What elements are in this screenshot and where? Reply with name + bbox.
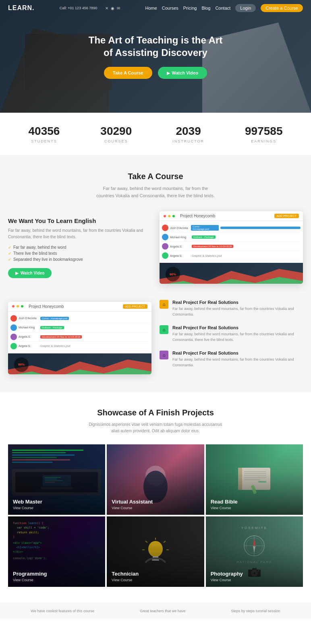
feature-point-desc-2: Far far away, behind the word mountains,…: [172, 332, 303, 343]
footer-item-1: We have coolest features of this course: [31, 609, 94, 613]
stat-courses: 30290 COURSES: [100, 125, 132, 143]
feature-point-desc-1: Far far away, behind the word mountains,…: [172, 306, 303, 317]
dot-green: [172, 215, 175, 217]
mock-tag-2: Dotback - Package: [192, 235, 216, 239]
mock-avatar-6: [10, 324, 17, 331]
showcase-title: Showcase of A Finish Projects: [8, 408, 303, 417]
mock-header-2: Project Honeycomb ADD PROJECT: [8, 302, 151, 312]
play-icon: ▶: [167, 71, 170, 75]
chart-percent-2: 80%: [18, 363, 25, 366]
feature-icon-1: ⌂: [160, 300, 168, 309]
nav-contact[interactable]: Contact: [215, 6, 230, 10]
feature-watch-button[interactable]: ▶ Watch Video: [8, 268, 52, 278]
footer-item-3: Steps by steps turorial session: [231, 609, 280, 613]
chart-progress-2: 80%: [14, 357, 29, 372]
mock-row-2: Michael King Dotback - Package: [162, 233, 301, 242]
mock-name-5: Josh D'Acosta: [19, 317, 39, 320]
nav-blog[interactable]: Blog: [201, 6, 210, 10]
feature-point-3: ⌂ Real Project For Real Solutions Far fa…: [160, 351, 303, 368]
mock-name-7: Angela S.: [19, 335, 39, 338]
feature-title-1: We Want You To Learn English: [8, 217, 151, 224]
mock-chart-1: 80%: [160, 263, 303, 284]
check-icon-2: ✓: [8, 251, 11, 256]
card-title-webmaster: Web Master: [13, 499, 42, 505]
chart-percent: 80%: [170, 272, 176, 276]
check-icon-1: ✓: [8, 245, 11, 250]
card-link-webmaster[interactable]: View Course: [13, 506, 42, 510]
watch-video-button[interactable]: ▶ Watch Video: [158, 67, 207, 79]
dot-yellow-2: [17, 305, 19, 308]
take-course-title: Take A Course: [8, 172, 303, 181]
feature-play-icon: ▶: [15, 271, 19, 275]
course-card-photography[interactable]: YOSEMITE NATIONAL PARK: [206, 516, 303, 587]
logo: LEARN.: [8, 4, 35, 12]
check-icon-3: ✓: [8, 257, 11, 262]
card-title-technician: Technician: [112, 571, 139, 577]
feature-icon-3: ⌂: [160, 351, 168, 359]
card-content-bible: Read Bible View Course: [206, 494, 243, 515]
mock-add-btn-2: ADD PROJECT: [123, 304, 147, 309]
card-title-assistant: Virtual Assistant: [112, 499, 153, 505]
course-card-assistant[interactable]: Virtual Assistant View Course: [107, 444, 204, 515]
hero-title: The Art of Teaching is the Art of Assist…: [89, 34, 222, 59]
footer-bar: We have coolest features of this course …: [0, 603, 311, 619]
stat-instructor: 2039 INSTRUCTOR: [172, 125, 204, 143]
card-link-technician[interactable]: View Course: [112, 578, 139, 582]
card-content-photography: Photography View Course: [206, 566, 248, 587]
mock-row-3: Angela S. Development 04 Nov to 12-08-20…: [162, 242, 301, 251]
feature-points-container: ⌂ Real Project For Real Solutions Far fa…: [160, 300, 303, 376]
nav-home[interactable]: Home: [145, 6, 157, 10]
mock-body-2: Josh D'Acosta Comix - Homepage.psd Micha…: [8, 312, 151, 353]
take-course-button[interactable]: Take A Course: [104, 67, 152, 79]
card-link-photography[interactable]: View Course: [211, 578, 243, 582]
course-card-programming[interactable]: function learn() { var skill = 'code'; r…: [8, 516, 105, 587]
feature-point-title-3: Real Project For Real Solutions: [172, 351, 303, 355]
feature-point-content-2: Real Project For Real Solutions Far far …: [172, 325, 303, 343]
card-link-bible[interactable]: View Course: [211, 506, 238, 510]
mock-tag-6: Dotback - Package: [40, 326, 64, 329]
mock-name-8: Angela S.: [19, 345, 39, 347]
course-card-webmaster[interactable]: Web Master View Course: [8, 444, 105, 515]
list-item-2: ✓ There live the blind texts: [8, 250, 151, 256]
mock-name-4: Angela S.: [170, 254, 190, 257]
card-title-photography: Photography: [211, 571, 243, 577]
feature-point-1: ⌂ Real Project For Real Solutions Far fa…: [160, 300, 303, 317]
nav-pricing[interactable]: Pricing: [183, 6, 197, 10]
mock-avatar-3: [162, 243, 168, 250]
watch-video-label: Watch Video: [172, 70, 198, 75]
take-course-section: Take A Course Far far away, behind the w…: [0, 156, 311, 392]
nav-links: Home Courses Pricing Blog Contact Login …: [145, 4, 303, 12]
mock-tag-4: Graphic & Statistics.psd: [192, 254, 222, 257]
nav-courses[interactable]: Courses: [162, 6, 178, 10]
stat-students: 40356 STUDENTS: [28, 125, 60, 143]
navbar: LEARN. Call: +01 123 456 7890 ✕ ◉ ✉ Home…: [0, 0, 311, 16]
mock-tag-5: Comix - Homepage.psd: [40, 317, 69, 320]
earnings-number: 997585: [245, 125, 282, 138]
feature-screenshot-2: Project Honeycomb ADD PROJECT Josh D'Aco…: [8, 302, 151, 374]
mock-row-7: Angela S. Development 04 Nov to 12-08-20…: [10, 332, 149, 342]
hero-buttons: Take A Course ▶ Watch Video: [89, 67, 222, 79]
login-button[interactable]: Login: [235, 4, 256, 12]
card-content-programming: Programming View Course: [8, 566, 52, 587]
twitter-icon: ✕: [105, 6, 108, 10]
create-course-button[interactable]: Create a Course: [261, 4, 303, 12]
dot-yellow: [168, 215, 170, 217]
hero-section: The Art of Teaching is the Art of Assist…: [0, 0, 311, 113]
earnings-label: EARNINGS: [245, 139, 282, 143]
course-grid: Web Master View Course Virtual Assistant…: [8, 444, 303, 587]
students-label: STUDENTS: [28, 139, 60, 143]
chart-progress: 80%: [166, 267, 180, 281]
card-link-programming[interactable]: View Course: [13, 578, 47, 582]
mock-tag-8: Graphic & Statistics.psd: [40, 345, 70, 347]
course-card-technician[interactable]: Technician View Course: [107, 516, 204, 587]
mock-row-4: Angela S. Graphic & Statistics.psd: [162, 251, 301, 260]
card-content-technician: Technician View Course: [107, 566, 143, 587]
mock-body: Josh D'Acosta Comix - Homepage.psd Micha…: [160, 221, 303, 263]
card-link-assistant[interactable]: View Course: [112, 506, 153, 510]
course-card-bible[interactable]: Read Bible View Course: [206, 444, 303, 515]
mock-avatar-8: [10, 343, 17, 349]
feature-watch-label: Watch Video: [21, 271, 44, 275]
mail-icon: ✉: [117, 6, 120, 10]
mock-row-1: Josh D'Acosta Comix - Homepage.psd: [162, 223, 301, 233]
students-number: 40356: [28, 125, 60, 138]
